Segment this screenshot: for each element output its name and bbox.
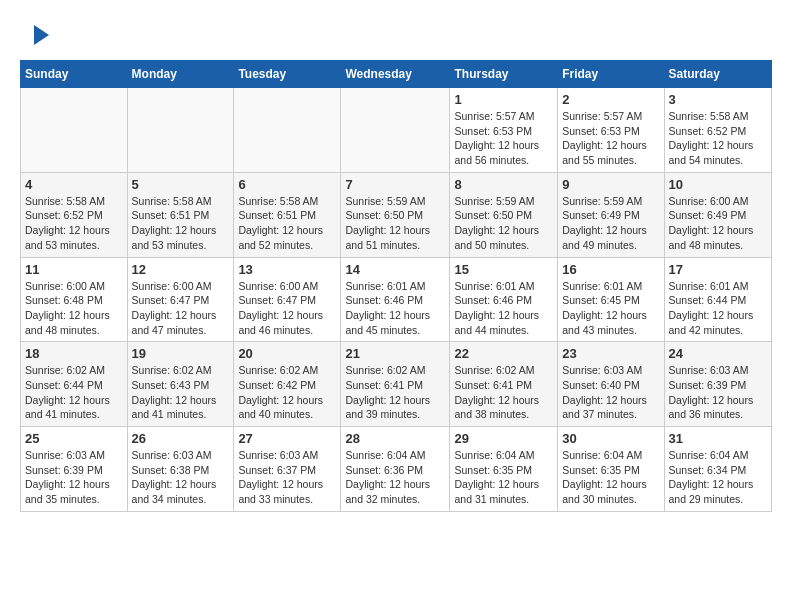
day-number: 24 (669, 346, 767, 361)
day-number: 22 (454, 346, 553, 361)
week-row-1: 4Sunrise: 5:58 AM Sunset: 6:52 PM Daylig… (21, 172, 772, 257)
day-number: 2 (562, 92, 659, 107)
day-number: 18 (25, 346, 123, 361)
day-number: 8 (454, 177, 553, 192)
calendar-cell: 4Sunrise: 5:58 AM Sunset: 6:52 PM Daylig… (21, 172, 128, 257)
calendar-cell (341, 88, 450, 173)
day-info: Sunrise: 6:03 AM Sunset: 6:39 PM Dayligh… (25, 448, 123, 507)
day-info: Sunrise: 6:04 AM Sunset: 6:36 PM Dayligh… (345, 448, 445, 507)
day-number: 12 (132, 262, 230, 277)
header-saturday: Saturday (664, 61, 771, 88)
header-row: SundayMondayTuesdayWednesdayThursdayFrid… (21, 61, 772, 88)
day-info: Sunrise: 5:57 AM Sunset: 6:53 PM Dayligh… (562, 109, 659, 168)
calendar-cell: 27Sunrise: 6:03 AM Sunset: 6:37 PM Dayli… (234, 427, 341, 512)
calendar-cell: 3Sunrise: 5:58 AM Sunset: 6:52 PM Daylig… (664, 88, 771, 173)
day-info: Sunrise: 6:00 AM Sunset: 6:48 PM Dayligh… (25, 279, 123, 338)
day-info: Sunrise: 5:58 AM Sunset: 6:51 PM Dayligh… (238, 194, 336, 253)
day-info: Sunrise: 6:02 AM Sunset: 6:41 PM Dayligh… (345, 363, 445, 422)
calendar-cell: 16Sunrise: 6:01 AM Sunset: 6:45 PM Dayli… (558, 257, 664, 342)
week-row-2: 11Sunrise: 6:00 AM Sunset: 6:48 PM Dayli… (21, 257, 772, 342)
calendar-cell: 13Sunrise: 6:00 AM Sunset: 6:47 PM Dayli… (234, 257, 341, 342)
day-number: 26 (132, 431, 230, 446)
day-info: Sunrise: 6:03 AM Sunset: 6:39 PM Dayligh… (669, 363, 767, 422)
day-number: 29 (454, 431, 553, 446)
day-info: Sunrise: 5:59 AM Sunset: 6:50 PM Dayligh… (345, 194, 445, 253)
day-info: Sunrise: 6:01 AM Sunset: 6:46 PM Dayligh… (454, 279, 553, 338)
day-number: 28 (345, 431, 445, 446)
day-number: 30 (562, 431, 659, 446)
week-row-3: 18Sunrise: 6:02 AM Sunset: 6:44 PM Dayli… (21, 342, 772, 427)
calendar-cell: 17Sunrise: 6:01 AM Sunset: 6:44 PM Dayli… (664, 257, 771, 342)
calendar-cell: 14Sunrise: 6:01 AM Sunset: 6:46 PM Dayli… (341, 257, 450, 342)
day-number: 1 (454, 92, 553, 107)
calendar-cell: 23Sunrise: 6:03 AM Sunset: 6:40 PM Dayli… (558, 342, 664, 427)
day-info: Sunrise: 6:04 AM Sunset: 6:35 PM Dayligh… (562, 448, 659, 507)
day-number: 3 (669, 92, 767, 107)
day-number: 10 (669, 177, 767, 192)
day-number: 4 (25, 177, 123, 192)
day-number: 27 (238, 431, 336, 446)
day-number: 14 (345, 262, 445, 277)
day-info: Sunrise: 5:58 AM Sunset: 6:52 PM Dayligh… (669, 109, 767, 168)
calendar-cell: 9Sunrise: 5:59 AM Sunset: 6:49 PM Daylig… (558, 172, 664, 257)
day-info: Sunrise: 6:02 AM Sunset: 6:42 PM Dayligh… (238, 363, 336, 422)
calendar-cell: 30Sunrise: 6:04 AM Sunset: 6:35 PM Dayli… (558, 427, 664, 512)
day-info: Sunrise: 6:04 AM Sunset: 6:35 PM Dayligh… (454, 448, 553, 507)
day-info: Sunrise: 6:04 AM Sunset: 6:34 PM Dayligh… (669, 448, 767, 507)
header-tuesday: Tuesday (234, 61, 341, 88)
day-number: 9 (562, 177, 659, 192)
calendar-cell: 22Sunrise: 6:02 AM Sunset: 6:41 PM Dayli… (450, 342, 558, 427)
calendar-cell (21, 88, 128, 173)
calendar-cell: 21Sunrise: 6:02 AM Sunset: 6:41 PM Dayli… (341, 342, 450, 427)
day-info: Sunrise: 6:01 AM Sunset: 6:45 PM Dayligh… (562, 279, 659, 338)
calendar-cell: 28Sunrise: 6:04 AM Sunset: 6:36 PM Dayli… (341, 427, 450, 512)
calendar-table: SundayMondayTuesdayWednesdayThursdayFrid… (20, 60, 772, 512)
page-header (20, 20, 772, 50)
day-number: 5 (132, 177, 230, 192)
logo (20, 20, 54, 50)
calendar-cell: 6Sunrise: 5:58 AM Sunset: 6:51 PM Daylig… (234, 172, 341, 257)
day-info: Sunrise: 6:03 AM Sunset: 6:37 PM Dayligh… (238, 448, 336, 507)
calendar-cell (234, 88, 341, 173)
calendar-cell (127, 88, 234, 173)
calendar-cell: 5Sunrise: 5:58 AM Sunset: 6:51 PM Daylig… (127, 172, 234, 257)
day-number: 7 (345, 177, 445, 192)
day-info: Sunrise: 6:03 AM Sunset: 6:40 PM Dayligh… (562, 363, 659, 422)
calendar-cell: 12Sunrise: 6:00 AM Sunset: 6:47 PM Dayli… (127, 257, 234, 342)
week-row-0: 1Sunrise: 5:57 AM Sunset: 6:53 PM Daylig… (21, 88, 772, 173)
day-info: Sunrise: 6:00 AM Sunset: 6:49 PM Dayligh… (669, 194, 767, 253)
header-sunday: Sunday (21, 61, 128, 88)
header-monday: Monday (127, 61, 234, 88)
svg-marker-0 (34, 25, 49, 45)
day-number: 25 (25, 431, 123, 446)
calendar-cell: 25Sunrise: 6:03 AM Sunset: 6:39 PM Dayli… (21, 427, 128, 512)
day-number: 13 (238, 262, 336, 277)
calendar-cell: 19Sunrise: 6:02 AM Sunset: 6:43 PM Dayli… (127, 342, 234, 427)
day-info: Sunrise: 5:58 AM Sunset: 6:51 PM Dayligh… (132, 194, 230, 253)
calendar-cell: 15Sunrise: 6:01 AM Sunset: 6:46 PM Dayli… (450, 257, 558, 342)
day-number: 19 (132, 346, 230, 361)
day-info: Sunrise: 5:59 AM Sunset: 6:49 PM Dayligh… (562, 194, 659, 253)
day-number: 23 (562, 346, 659, 361)
day-number: 17 (669, 262, 767, 277)
logo-icon (24, 20, 54, 50)
header-friday: Friday (558, 61, 664, 88)
day-info: Sunrise: 6:01 AM Sunset: 6:44 PM Dayligh… (669, 279, 767, 338)
week-row-4: 25Sunrise: 6:03 AM Sunset: 6:39 PM Dayli… (21, 427, 772, 512)
calendar-cell: 8Sunrise: 5:59 AM Sunset: 6:50 PM Daylig… (450, 172, 558, 257)
day-number: 31 (669, 431, 767, 446)
calendar-cell: 1Sunrise: 5:57 AM Sunset: 6:53 PM Daylig… (450, 88, 558, 173)
header-wednesday: Wednesday (341, 61, 450, 88)
calendar-cell: 10Sunrise: 6:00 AM Sunset: 6:49 PM Dayli… (664, 172, 771, 257)
calendar-cell: 20Sunrise: 6:02 AM Sunset: 6:42 PM Dayli… (234, 342, 341, 427)
calendar-cell: 24Sunrise: 6:03 AM Sunset: 6:39 PM Dayli… (664, 342, 771, 427)
day-number: 15 (454, 262, 553, 277)
day-number: 21 (345, 346, 445, 361)
day-number: 20 (238, 346, 336, 361)
day-info: Sunrise: 6:00 AM Sunset: 6:47 PM Dayligh… (132, 279, 230, 338)
day-info: Sunrise: 5:57 AM Sunset: 6:53 PM Dayligh… (454, 109, 553, 168)
day-info: Sunrise: 6:00 AM Sunset: 6:47 PM Dayligh… (238, 279, 336, 338)
day-info: Sunrise: 5:59 AM Sunset: 6:50 PM Dayligh… (454, 194, 553, 253)
calendar-cell: 29Sunrise: 6:04 AM Sunset: 6:35 PM Dayli… (450, 427, 558, 512)
day-info: Sunrise: 5:58 AM Sunset: 6:52 PM Dayligh… (25, 194, 123, 253)
